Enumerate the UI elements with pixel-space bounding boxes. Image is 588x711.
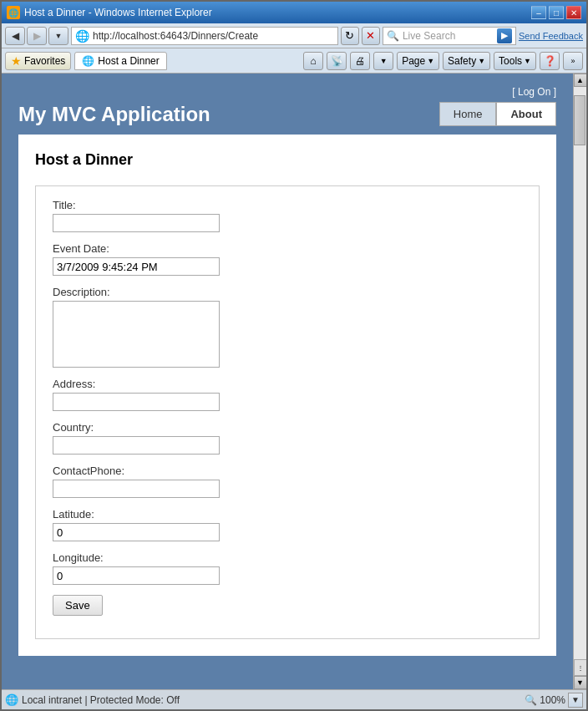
zoom-icon: 🔍 (525, 694, 537, 706)
title-label: Title: (53, 199, 522, 211)
log-on-link[interactable]: [ Log On ] (512, 86, 556, 98)
scrollbar: ▲ ⋮ ▼ (573, 74, 586, 689)
longitude-field: Longitude: (53, 551, 522, 585)
scroll-track[interactable] (574, 87, 586, 659)
stop-button[interactable]: ✕ (362, 27, 380, 45)
app-title: My MVC Application (18, 103, 210, 126)
address-field: Address: (53, 378, 522, 411)
page-dropdown[interactable]: Page ▼ (397, 52, 439, 70)
refresh-button[interactable]: ↻ (341, 27, 359, 45)
address-bar: ◀ ▶ ▼ 🌐 http://localhost:64643/Dinners/C… (2, 23, 586, 48)
browser-icon: 🌐 (7, 6, 20, 19)
minimize-button[interactable]: – (531, 6, 546, 19)
contact-phone-field: ContactPhone: (53, 465, 522, 498)
scroll-down-button[interactable]: ▼ (574, 676, 587, 689)
country-field: Country: (53, 421, 522, 455)
latitude-input[interactable] (53, 523, 220, 541)
search-input: Live Search (403, 30, 494, 42)
latitude-field: Latitude: (53, 508, 522, 541)
search-button[interactable]: ▶ (497, 28, 512, 43)
star-icon: ★ (11, 54, 22, 68)
address-label: Address: (53, 378, 522, 390)
tab-icon: 🌐 (82, 55, 94, 67)
title-field: Title: (53, 199, 522, 232)
window-title: Host a Dinner - Windows Internet Explore… (24, 7, 212, 18)
tools-label: Tools (499, 55, 522, 67)
save-field: Save (53, 595, 522, 616)
country-input[interactable] (53, 436, 220, 455)
page-icon: 🌐 (75, 29, 89, 43)
scroll-grip: ⋮ (574, 659, 587, 676)
title-input[interactable] (53, 214, 220, 232)
browser-tab[interactable]: 🌐 Host a Dinner (74, 52, 166, 70)
description-field: Description: (53, 286, 522, 368)
home-nav-tab[interactable]: Home (439, 102, 497, 126)
about-nav-tab[interactable]: About (496, 102, 556, 126)
close-button[interactable]: ✕ (566, 6, 581, 19)
tools-dropdown[interactable]: Tools ▼ (494, 52, 536, 70)
content-area: Host a Dinner Title: Event Date: Descr (18, 135, 556, 656)
save-button[interactable]: Save (53, 595, 103, 616)
toolbar: ★ Favorites 🌐 Host a Dinner ⌂ 📡 🖨 ▼ Page… (2, 48, 586, 74)
status-bar: 🌐 Local intranet | Protected Mode: Off 🔍… (2, 689, 586, 709)
page-title: Host a Dinner (35, 151, 540, 169)
event-date-input[interactable] (53, 257, 220, 276)
tab-label: Host a Dinner (98, 55, 159, 67)
zoom-level: 100% (540, 694, 565, 706)
home-btn[interactable]: ⌂ (303, 52, 323, 70)
form-container: Title: Event Date: Description: (35, 185, 540, 639)
address-text: http://localhost:64643/Dinners/Create (93, 30, 334, 42)
contact-phone-label: ContactPhone: (53, 465, 522, 477)
safety-label: Safety (448, 55, 476, 67)
search-icon: 🔍 (387, 30, 399, 42)
description-input[interactable] (53, 301, 220, 368)
print-dropdown[interactable]: ▼ (373, 52, 393, 70)
favorites-label: Favorites (24, 55, 65, 67)
safety-dropdown-arrow: ▼ (478, 57, 485, 65)
rss-btn[interactable]: 📡 (327, 52, 347, 70)
forward-button[interactable]: ▶ (27, 27, 47, 45)
page-dropdown-arrow: ▼ (427, 57, 434, 65)
zoom-button[interactable]: ▼ (568, 693, 583, 708)
more-btn[interactable]: » (563, 52, 583, 70)
address-input[interactable] (53, 393, 220, 411)
page-content: [ Log On ] My MVC Application Home About… (2, 74, 586, 689)
search-container[interactable]: 🔍 Live Search ▶ (383, 27, 516, 45)
maximize-button[interactable]: □ (549, 6, 564, 19)
safety-dropdown[interactable]: Safety ▼ (443, 52, 490, 70)
status-text: Local intranet | Protected Mode: Off (22, 694, 521, 706)
app-header: [ Log On ] My MVC Application Home About (2, 74, 573, 135)
dropdown-button[interactable]: ▼ (48, 27, 68, 45)
back-button[interactable]: ◀ (5, 27, 25, 45)
page-label: Page (402, 55, 425, 67)
event-date-field: Event Date: (53, 242, 522, 276)
title-bar: 🌐 Host a Dinner - Windows Internet Explo… (2, 2, 586, 23)
nav-buttons: Home About (439, 102, 556, 126)
country-label: Country: (53, 421, 522, 434)
description-label: Description: (53, 286, 522, 298)
main-area: [ Log On ] My MVC Application Home About… (2, 74, 573, 689)
event-date-label: Event Date: (53, 242, 522, 255)
contact-phone-input[interactable] (53, 480, 220, 498)
scroll-up-button[interactable]: ▲ (574, 74, 587, 87)
latitude-label: Latitude: (53, 508, 522, 521)
tools-dropdown-arrow: ▼ (524, 57, 531, 65)
address-input[interactable]: 🌐 http://localhost:64643/Dinners/Create (71, 27, 338, 45)
favorites-button[interactable]: ★ Favorites (5, 52, 71, 70)
print-btn[interactable]: 🖨 (350, 52, 370, 70)
zoom-area: 🔍 100% ▼ (525, 693, 583, 708)
help-btn[interactable]: ❓ (540, 52, 560, 70)
send-feedback-link[interactable]: Send Feedback (519, 31, 583, 41)
longitude-label: Longitude: (53, 551, 522, 564)
header-nav: [ Log On ] (18, 86, 556, 98)
security-icon: 🌐 (5, 693, 18, 707)
scroll-thumb[interactable] (574, 95, 585, 145)
longitude-input[interactable] (53, 566, 220, 585)
